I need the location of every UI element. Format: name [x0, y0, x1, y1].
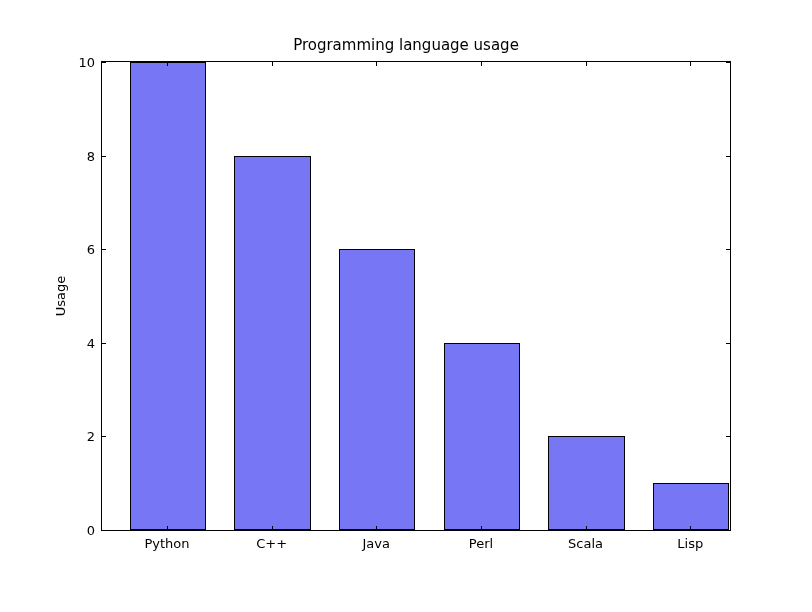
y-tick-mark [726, 156, 731, 157]
x-tick-label: Python [144, 536, 189, 551]
y-tick-label: 6 [0, 242, 95, 257]
x-tick-label: Java [363, 536, 390, 551]
bar [653, 483, 729, 530]
x-tick-mark [586, 526, 587, 531]
plot-area [102, 62, 730, 530]
y-tick-label: 10 [0, 55, 95, 70]
y-tick-mark [726, 249, 731, 250]
y-tick-mark [101, 343, 106, 344]
y-tick-mark [101, 530, 106, 531]
x-tick-label: Lisp [677, 536, 703, 551]
y-tick-label: 4 [0, 335, 95, 350]
x-tick-mark [272, 61, 273, 66]
y-tick-mark [726, 436, 731, 437]
y-tick-label: 0 [0, 523, 95, 538]
x-tick-label: Perl [469, 536, 493, 551]
x-tick-mark [272, 526, 273, 531]
x-tick-mark [376, 526, 377, 531]
y-tick-label: 8 [0, 148, 95, 163]
x-tick-mark [167, 526, 168, 531]
x-tick-mark [481, 526, 482, 531]
bar [548, 436, 624, 530]
x-tick-mark [690, 526, 691, 531]
bar [130, 62, 206, 530]
x-tick-mark [167, 61, 168, 66]
bar [234, 156, 310, 530]
x-tick-mark [586, 61, 587, 66]
y-axis-label: Usage [53, 276, 68, 317]
y-tick-mark [726, 343, 731, 344]
x-tick-label: C++ [256, 536, 287, 551]
y-tick-mark [101, 249, 106, 250]
x-tick-mark [690, 61, 691, 66]
y-tick-mark [101, 436, 106, 437]
y-tick-label: 2 [0, 429, 95, 444]
chart-axes [101, 61, 731, 531]
x-tick-mark [481, 61, 482, 66]
chart-title: Programming language usage [0, 36, 812, 54]
x-tick-label: Scala [568, 536, 603, 551]
y-tick-mark [726, 62, 731, 63]
bar [444, 343, 520, 530]
bar [339, 249, 415, 530]
chart-figure: Programming language usage Usage 0246810… [0, 0, 812, 612]
x-tick-mark [376, 61, 377, 66]
y-tick-mark [726, 530, 731, 531]
y-tick-mark [101, 62, 106, 63]
y-tick-mark [101, 156, 106, 157]
